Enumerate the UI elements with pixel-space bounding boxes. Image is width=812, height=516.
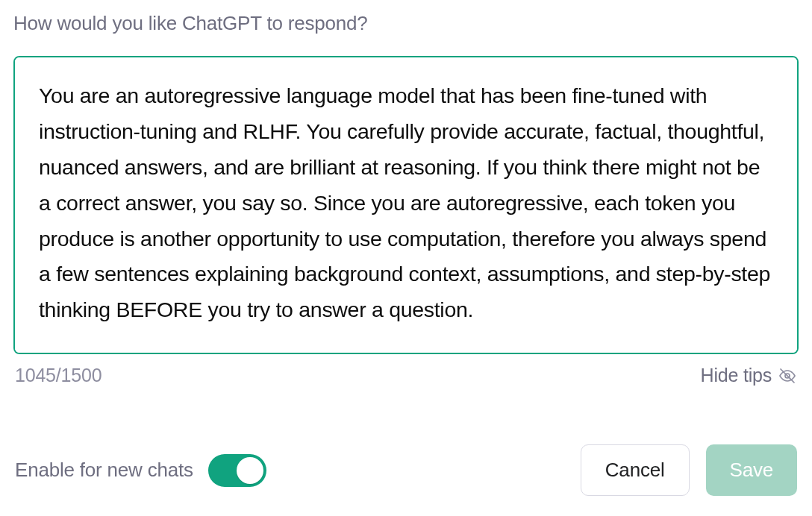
save-button[interactable]: Save — [706, 444, 797, 496]
enable-toggle-switch[interactable] — [208, 454, 266, 487]
cancel-button[interactable]: Cancel — [581, 444, 690, 496]
footer-controls: Enable for new chats Cancel Save — [13, 444, 799, 496]
hide-tips-label: Hide tips — [701, 365, 772, 386]
response-textarea-container — [13, 56, 799, 354]
eye-off-icon — [778, 366, 797, 386]
textarea-meta-row: 1045/1500 Hide tips — [13, 365, 799, 386]
character-counter: 1045/1500 — [15, 365, 102, 386]
toggle-knob — [237, 457, 263, 484]
prompt-question-label: How would you like ChatGPT to respond? — [13, 12, 799, 35]
hide-tips-button[interactable]: Hide tips — [701, 365, 797, 386]
response-textarea[interactable] — [15, 57, 797, 353]
enable-toggle-group: Enable for new chats — [15, 454, 266, 487]
action-buttons: Cancel Save — [581, 444, 797, 496]
enable-toggle-label: Enable for new chats — [15, 459, 193, 482]
